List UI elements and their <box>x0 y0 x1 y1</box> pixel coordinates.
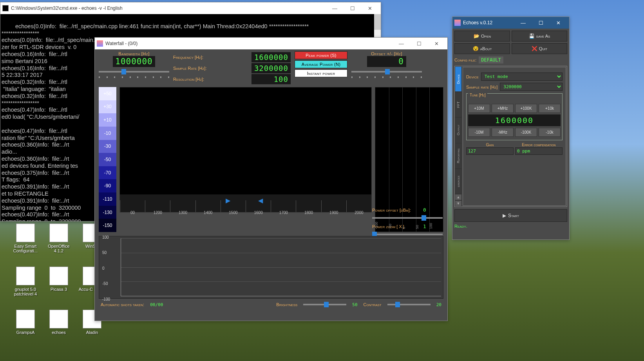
desktop-icon[interactable]: OpenOffice 4.1.2 <box>43 223 74 253</box>
device-select[interactable]: Test mode <box>481 73 563 81</box>
close-button[interactable]: ✕ <box>550 17 567 28</box>
cmd-title: C:\Windows\System32\cmd.exe - echoes -v … <box>11 5 326 11</box>
power-offset-slider[interactable] <box>372 217 443 219</box>
desktop-icon[interactable]: gnuplot 5.0 patchlevel 4 <box>10 267 41 296</box>
scale-cell: -110 <box>99 192 116 206</box>
about-button[interactable]: 😵aBout <box>454 43 510 54</box>
play-icon: ▶ <box>503 213 506 218</box>
echoes-title: Echoes v.0.12 <box>463 20 514 25</box>
desktop-icon[interactable]: echoes <box>43 310 74 335</box>
face-icon: 😵 <box>473 46 479 51</box>
x-axis-ruler: 00120013001400150016001700180019002000 <box>120 194 371 212</box>
desktop-icon[interactable]: Picasa 3 <box>43 267 74 292</box>
power-zoom-slider[interactable] <box>372 234 443 235</box>
bandwidth-slider[interactable] <box>99 71 169 73</box>
tune-legend: Tune [Hz] <box>468 93 487 97</box>
resolution-value: 100 <box>251 74 291 84</box>
power-zoom-label: Power zoom [ X ] <box>372 224 423 229</box>
app-icon <box>49 310 68 328</box>
autoshots-label: Automatic shots taken: <box>101 302 144 307</box>
maximize-button[interactable]: ☐ <box>344 3 361 14</box>
close-button[interactable]: ✕ <box>428 38 445 49</box>
power-plot[interactable]: 100500-50-100 <box>99 236 443 299</box>
quit-button[interactable]: ❌Quit <box>512 43 567 54</box>
ready-status: Ready. <box>454 224 567 229</box>
tab-erences[interactable]: erences <box>455 169 462 194</box>
offset-value: 0 <box>367 56 406 67</box>
brightness-value: 50 <box>352 302 357 307</box>
scrollbar-thumb[interactable] <box>374 14 381 30</box>
maximize-button[interactable]: ☐ <box>410 38 428 49</box>
cmd-icon <box>2 5 9 11</box>
samplerate-select[interactable]: 3200000 <box>500 83 563 91</box>
samplerate-label: Sample Rate [Hz]: <box>173 66 206 71</box>
tab-fft[interactable]: FFT <box>455 92 462 117</box>
offset-slider[interactable] <box>351 71 422 73</box>
minimize-button[interactable]: — <box>326 3 344 14</box>
scale-cell: +50 <box>99 87 116 100</box>
tab-arrow-icon[interactable]: ▲ <box>455 194 462 200</box>
errcomp-input[interactable] <box>515 147 563 155</box>
scale-cell: -70 <box>99 166 116 180</box>
scale-cell: -130 <box>99 206 116 219</box>
power-offset-label: Power offset [dBm]: <box>372 208 423 212</box>
brightness-slider[interactable] <box>303 304 346 305</box>
minimize-button[interactable]: — <box>514 17 532 28</box>
contrast-value: 20 <box>436 302 441 307</box>
frequency-label: Frequency [Hz]: <box>173 55 203 60</box>
power-zoom-value: 1 <box>423 223 426 229</box>
bandwidth-value: 1000000 <box>113 56 155 67</box>
tune-+10M[interactable]: +10M <box>468 104 490 113</box>
brightness-label: Brightness <box>276 302 297 307</box>
app-icon <box>49 267 68 285</box>
maximize-button[interactable]: ☐ <box>532 17 550 28</box>
peak-power-button[interactable]: Peak power (S) <box>295 51 347 59</box>
tune-+MHz[interactable]: +MHz <box>492 104 514 113</box>
instant-power-button[interactable]: Instant power <box>295 69 347 77</box>
close-button[interactable]: ✕ <box>361 3 379 14</box>
tune-frequency: 1600000 <box>468 114 561 126</box>
waterfall-titlebar[interactable]: Waterfall - (0/0) — ☐ ✕ <box>95 38 447 49</box>
desktop-icon[interactable]: GrampsA <box>10 310 41 335</box>
app-icon <box>16 310 35 328</box>
tune-+10k[interactable]: +10k <box>539 104 561 113</box>
waterfall-window: Waterfall - (0/0) — ☐ ✕ Bandwidth [Hz] 1… <box>94 37 448 321</box>
tab-device[interactable]: Device <box>455 66 462 92</box>
tab-arrow-icon[interactable]: ▼ <box>455 200 462 207</box>
minimize-button[interactable]: — <box>393 38 410 49</box>
scale-cell: -30 <box>99 140 116 153</box>
app-icon <box>16 223 35 242</box>
tune-+100K[interactable]: +100K <box>515 104 537 113</box>
desktop-icon[interactable]: Easy Smart Configurati... <box>10 223 41 253</box>
tune--10M[interactable]: -10M <box>468 128 490 137</box>
cmd-titlebar[interactable]: C:\Windows\System32\cmd.exe - echoes -v … <box>0 2 381 14</box>
average-power-button[interactable]: Average Power (N) <box>295 60 347 68</box>
samplerate-label: Sample rate [Hz] <box>466 85 497 89</box>
autoshots-value: 00/00 <box>150 302 163 307</box>
marker-right-icon[interactable]: ◀ <box>258 197 263 204</box>
echoes-titlebar[interactable]: Echoes v.0.12 — ☐ ✕ <box>452 17 569 29</box>
tune--10k[interactable]: -10k <box>539 128 561 137</box>
contrast-slider[interactable] <box>387 304 431 305</box>
saveas-button[interactable]: 💾save As <box>512 31 567 42</box>
echoes-window: Echoes v.0.12 — ☐ ✕ 📂Open 💾save As 😵aBou… <box>452 16 570 240</box>
offset-label: Offset +/- [Hz] <box>351 51 422 56</box>
start-button[interactable]: ▶Start <box>454 209 567 222</box>
open-button[interactable]: 📂Open <box>454 31 510 42</box>
device-label: Device <box>466 74 479 79</box>
contrast-label: Contrast <box>364 302 382 307</box>
tune--100K[interactable]: -100K <box>515 128 537 137</box>
tab-output[interactable]: Output <box>455 117 462 143</box>
gain-input[interactable] <box>466 147 514 155</box>
tune--MHz[interactable]: -MHz <box>492 128 514 137</box>
config-label: Config file: <box>454 58 476 62</box>
cross-icon: ❌ <box>532 46 537 51</box>
scale-cell: -10 <box>99 127 116 140</box>
echoes-icon <box>454 20 461 26</box>
waterfall-title: Waterfall - (0/0) <box>105 41 393 46</box>
app-icon <box>16 267 35 285</box>
marker-left-icon[interactable]: ▶ <box>226 197 230 204</box>
tab-reporting[interactable]: Reporting <box>455 143 462 169</box>
gain-label: Gain <box>466 143 514 147</box>
waterfall-plot[interactable]: 00120013001400150016001700180019002000 ▶… <box>119 87 372 212</box>
